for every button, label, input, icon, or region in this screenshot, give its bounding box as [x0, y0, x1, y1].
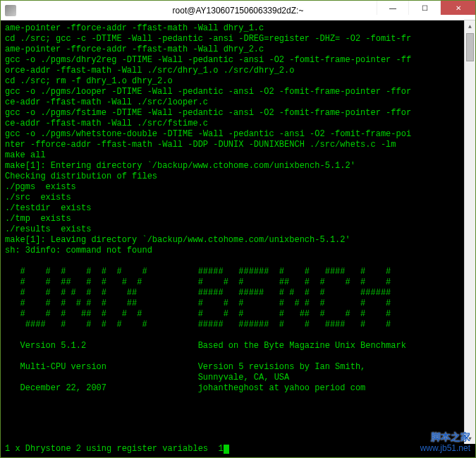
- terminal-status-line: 1 x Dhrystone 2 using register variables…: [1, 444, 475, 457]
- app-icon: [5, 5, 16, 16]
- window-controls: — ☐ ✕: [377, 1, 475, 20]
- terminal-window: root@AY130607150606339d2dZ:~ — ☐ ✕ ame-p…: [0, 0, 476, 458]
- titlebar[interactable]: root@AY130607150606339d2dZ:~ — ☐ ✕: [1, 1, 475, 20]
- window-title: root@AY130607150606339d2dZ:~: [173, 6, 304, 16]
- close-button[interactable]: ✕: [440, 1, 475, 15]
- terminal-output[interactable]: ame-pointer -fforce-addr -ffast-math -Wa…: [1, 20, 464, 444]
- vertical-scrollbar[interactable]: ▲ ▼: [464, 20, 475, 444]
- maximize-button[interactable]: ☐: [408, 1, 440, 15]
- scroll-up-arrow[interactable]: ▲: [465, 20, 475, 32]
- minimize-button[interactable]: —: [377, 1, 408, 15]
- terminal-body: ame-pointer -fforce-addr -ffast-math -Wa…: [1, 20, 475, 444]
- scrollbar-thumb[interactable]: [466, 33, 474, 61]
- cursor: [224, 445, 229, 454]
- status-text: 1 x Dhrystone 2 using register variables…: [5, 444, 224, 454]
- scroll-down-arrow[interactable]: ▼: [465, 433, 475, 444]
